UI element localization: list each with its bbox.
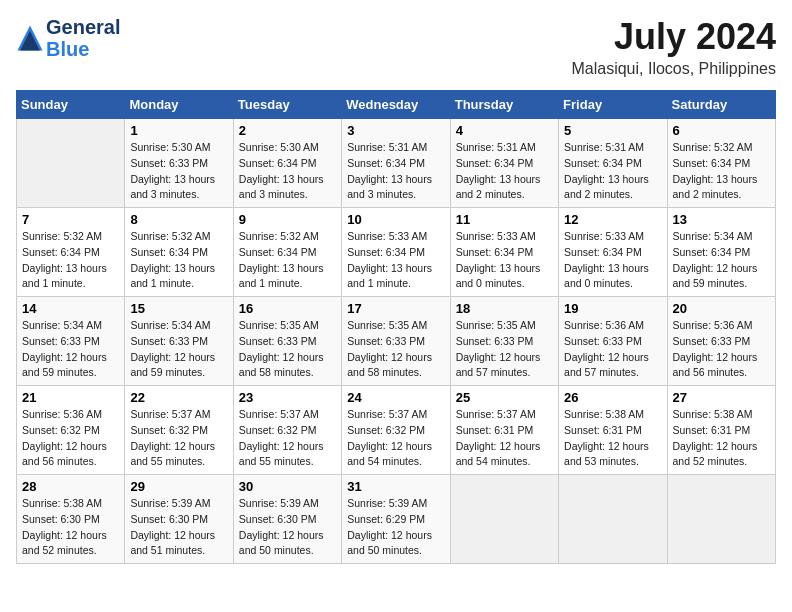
col-header-saturday: Saturday (667, 91, 775, 119)
day-number: 26 (564, 390, 661, 405)
subtitle: Malasiqui, Ilocos, Philippines (571, 60, 776, 78)
day-info: Sunrise: 5:35 AMSunset: 6:33 PMDaylight:… (347, 318, 444, 381)
day-info: Sunrise: 5:31 AMSunset: 6:34 PMDaylight:… (564, 140, 661, 203)
col-header-friday: Friday (559, 91, 667, 119)
calendar-cell: 2Sunrise: 5:30 AMSunset: 6:34 PMDaylight… (233, 119, 341, 208)
day-number: 21 (22, 390, 119, 405)
day-number: 13 (673, 212, 770, 227)
logo: General Blue (16, 16, 120, 60)
day-number: 10 (347, 212, 444, 227)
calendar-table: SundayMondayTuesdayWednesdayThursdayFrid… (16, 90, 776, 564)
calendar-cell: 4Sunrise: 5:31 AMSunset: 6:34 PMDaylight… (450, 119, 558, 208)
calendar-cell (17, 119, 125, 208)
calendar-cell: 6Sunrise: 5:32 AMSunset: 6:34 PMDaylight… (667, 119, 775, 208)
day-number: 30 (239, 479, 336, 494)
day-info: Sunrise: 5:39 AMSunset: 6:30 PMDaylight:… (130, 496, 227, 559)
day-number: 5 (564, 123, 661, 138)
day-number: 16 (239, 301, 336, 316)
day-info: Sunrise: 5:32 AMSunset: 6:34 PMDaylight:… (673, 140, 770, 203)
day-info: Sunrise: 5:34 AMSunset: 6:33 PMDaylight:… (130, 318, 227, 381)
calendar-cell: 11Sunrise: 5:33 AMSunset: 6:34 PMDayligh… (450, 208, 558, 297)
day-info: Sunrise: 5:32 AMSunset: 6:34 PMDaylight:… (22, 229, 119, 292)
col-header-tuesday: Tuesday (233, 91, 341, 119)
day-info: Sunrise: 5:30 AMSunset: 6:33 PMDaylight:… (130, 140, 227, 203)
calendar-cell: 30Sunrise: 5:39 AMSunset: 6:30 PMDayligh… (233, 475, 341, 564)
day-info: Sunrise: 5:33 AMSunset: 6:34 PMDaylight:… (564, 229, 661, 292)
calendar-cell: 7Sunrise: 5:32 AMSunset: 6:34 PMDaylight… (17, 208, 125, 297)
col-header-thursday: Thursday (450, 91, 558, 119)
day-info: Sunrise: 5:38 AMSunset: 6:31 PMDaylight:… (564, 407, 661, 470)
day-info: Sunrise: 5:37 AMSunset: 6:32 PMDaylight:… (347, 407, 444, 470)
calendar-cell: 10Sunrise: 5:33 AMSunset: 6:34 PMDayligh… (342, 208, 450, 297)
day-info: Sunrise: 5:37 AMSunset: 6:32 PMDaylight:… (130, 407, 227, 470)
day-number: 29 (130, 479, 227, 494)
day-number: 31 (347, 479, 444, 494)
calendar-cell: 24Sunrise: 5:37 AMSunset: 6:32 PMDayligh… (342, 386, 450, 475)
calendar-cell: 5Sunrise: 5:31 AMSunset: 6:34 PMDaylight… (559, 119, 667, 208)
calendar-cell: 27Sunrise: 5:38 AMSunset: 6:31 PMDayligh… (667, 386, 775, 475)
logo-text-general: General (46, 16, 120, 38)
calendar-cell (559, 475, 667, 564)
day-number: 4 (456, 123, 553, 138)
day-info: Sunrise: 5:38 AMSunset: 6:31 PMDaylight:… (673, 407, 770, 470)
day-number: 1 (130, 123, 227, 138)
day-info: Sunrise: 5:32 AMSunset: 6:34 PMDaylight:… (239, 229, 336, 292)
calendar-cell: 26Sunrise: 5:38 AMSunset: 6:31 PMDayligh… (559, 386, 667, 475)
calendar-header-row: SundayMondayTuesdayWednesdayThursdayFrid… (17, 91, 776, 119)
day-number: 11 (456, 212, 553, 227)
title-block: July 2024 Malasiqui, Ilocos, Philippines (571, 16, 776, 78)
calendar-cell (667, 475, 775, 564)
calendar-week-4: 21Sunrise: 5:36 AMSunset: 6:32 PMDayligh… (17, 386, 776, 475)
col-header-sunday: Sunday (17, 91, 125, 119)
day-number: 12 (564, 212, 661, 227)
calendar-cell: 28Sunrise: 5:38 AMSunset: 6:30 PMDayligh… (17, 475, 125, 564)
calendar-cell: 8Sunrise: 5:32 AMSunset: 6:34 PMDaylight… (125, 208, 233, 297)
calendar-cell: 19Sunrise: 5:36 AMSunset: 6:33 PMDayligh… (559, 297, 667, 386)
day-number: 17 (347, 301, 444, 316)
day-number: 25 (456, 390, 553, 405)
main-title: July 2024 (571, 16, 776, 58)
calendar-week-3: 14Sunrise: 5:34 AMSunset: 6:33 PMDayligh… (17, 297, 776, 386)
calendar-cell: 12Sunrise: 5:33 AMSunset: 6:34 PMDayligh… (559, 208, 667, 297)
calendar-cell: 18Sunrise: 5:35 AMSunset: 6:33 PMDayligh… (450, 297, 558, 386)
calendar-cell: 15Sunrise: 5:34 AMSunset: 6:33 PMDayligh… (125, 297, 233, 386)
calendar-cell: 14Sunrise: 5:34 AMSunset: 6:33 PMDayligh… (17, 297, 125, 386)
calendar-cell: 25Sunrise: 5:37 AMSunset: 6:31 PMDayligh… (450, 386, 558, 475)
calendar-cell: 16Sunrise: 5:35 AMSunset: 6:33 PMDayligh… (233, 297, 341, 386)
day-number: 18 (456, 301, 553, 316)
calendar-cell (450, 475, 558, 564)
calendar-cell: 29Sunrise: 5:39 AMSunset: 6:30 PMDayligh… (125, 475, 233, 564)
calendar-week-2: 7Sunrise: 5:32 AMSunset: 6:34 PMDaylight… (17, 208, 776, 297)
day-info: Sunrise: 5:35 AMSunset: 6:33 PMDaylight:… (239, 318, 336, 381)
day-info: Sunrise: 5:31 AMSunset: 6:34 PMDaylight:… (347, 140, 444, 203)
calendar-week-5: 28Sunrise: 5:38 AMSunset: 6:30 PMDayligh… (17, 475, 776, 564)
day-number: 27 (673, 390, 770, 405)
calendar-cell: 20Sunrise: 5:36 AMSunset: 6:33 PMDayligh… (667, 297, 775, 386)
day-info: Sunrise: 5:33 AMSunset: 6:34 PMDaylight:… (347, 229, 444, 292)
calendar-cell: 22Sunrise: 5:37 AMSunset: 6:32 PMDayligh… (125, 386, 233, 475)
day-number: 2 (239, 123, 336, 138)
calendar-cell: 23Sunrise: 5:37 AMSunset: 6:32 PMDayligh… (233, 386, 341, 475)
col-header-wednesday: Wednesday (342, 91, 450, 119)
day-number: 3 (347, 123, 444, 138)
calendar-cell: 9Sunrise: 5:32 AMSunset: 6:34 PMDaylight… (233, 208, 341, 297)
day-info: Sunrise: 5:32 AMSunset: 6:34 PMDaylight:… (130, 229, 227, 292)
calendar-cell: 31Sunrise: 5:39 AMSunset: 6:29 PMDayligh… (342, 475, 450, 564)
day-number: 15 (130, 301, 227, 316)
day-number: 8 (130, 212, 227, 227)
day-info: Sunrise: 5:31 AMSunset: 6:34 PMDaylight:… (456, 140, 553, 203)
col-header-monday: Monday (125, 91, 233, 119)
calendar-week-1: 1Sunrise: 5:30 AMSunset: 6:33 PMDaylight… (17, 119, 776, 208)
day-number: 9 (239, 212, 336, 227)
day-info: Sunrise: 5:34 AMSunset: 6:34 PMDaylight:… (673, 229, 770, 292)
day-info: Sunrise: 5:36 AMSunset: 6:33 PMDaylight:… (564, 318, 661, 381)
calendar-cell: 1Sunrise: 5:30 AMSunset: 6:33 PMDaylight… (125, 119, 233, 208)
day-number: 14 (22, 301, 119, 316)
day-number: 22 (130, 390, 227, 405)
calendar-cell: 3Sunrise: 5:31 AMSunset: 6:34 PMDaylight… (342, 119, 450, 208)
day-info: Sunrise: 5:38 AMSunset: 6:30 PMDaylight:… (22, 496, 119, 559)
day-info: Sunrise: 5:37 AMSunset: 6:32 PMDaylight:… (239, 407, 336, 470)
day-number: 6 (673, 123, 770, 138)
day-info: Sunrise: 5:35 AMSunset: 6:33 PMDaylight:… (456, 318, 553, 381)
day-info: Sunrise: 5:39 AMSunset: 6:30 PMDaylight:… (239, 496, 336, 559)
